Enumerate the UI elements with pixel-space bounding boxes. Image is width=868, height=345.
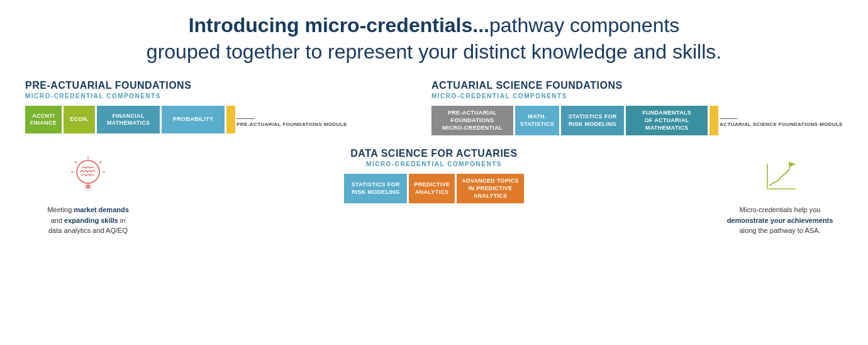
pre-actuarial-subtitle: MICRO-CREDENTIAL COMPONENTS [25, 93, 403, 99]
as-module-label-text: ACTUARIAL SCIENCE FOUNDATIONS MODULE [720, 121, 843, 128]
comp-fundamentals: FUNDAMENTALSOF ACTUARIALMATHEMATICS [626, 106, 708, 135]
market-demands-text: market demands [74, 206, 128, 213]
bottom-left-section: Meeting market demands and expanding ski… [25, 148, 151, 236]
header-section: Introducing micro-credentials...pathway … [25, 13, 843, 65]
svg-line-6 [99, 161, 101, 163]
demonstrate-achievements-text: demonstrate your achievements [727, 217, 833, 224]
data-science-section: DATA SCIENCE FOR ACTUARIES MICRO-CREDENT… [164, 148, 704, 203]
page-title: Introducing micro-credentials...pathway … [25, 13, 843, 65]
module-line-row [236, 118, 347, 119]
module-label-text: PRE-ACTUARIAL FOUNDATIONS MODULE [236, 121, 347, 128]
pre-actuarial-block: PRE-ACTUARIAL FOUNDATIONS MICRO-CREDENTI… [25, 80, 403, 135]
actuarial-science-module: ACTUARIAL SCIENCE FOUNDATIONS MODULE [709, 106, 843, 135]
actuarial-science-block: ACTUARIAL SCIENCE FOUNDATIONS MICRO-CRED… [431, 80, 843, 135]
page-wrapper: Introducing micro-credentials...pathway … [0, 0, 868, 249]
bottom-left-text: Meeting market demands and expanding ski… [47, 205, 129, 236]
data-science-components: STATISTICS FORRISK MODELING PREDICTIVEAN… [164, 174, 704, 203]
bottom-row: Meeting market demands and expanding ski… [25, 148, 843, 236]
comp-stats-risk: STATISTICS FORRISK MODELING [561, 106, 624, 135]
pre-actuarial-title: PRE-ACTUARIAL FOUNDATIONS [25, 80, 403, 91]
actuarial-science-components: PRE-ACTUARIALFOUNDATIONSMICRO-CREDENTIAL… [431, 106, 843, 135]
module-label-container: PRE-ACTUARIAL FOUNDATIONS MODULE [236, 106, 347, 133]
svg-line-5 [75, 161, 77, 163]
comp-advanced-topics: ADVANCED TOPICSIN PREDICTIVEANALYTICS [457, 174, 524, 203]
data-science-subtitle: MICRO-CREDENTIAL COMPONENTS [164, 161, 704, 167]
pre-actuarial-module: PRE-ACTUARIAL FOUNDATIONS MODULE [226, 106, 347, 133]
actuarial-science-title: ACTUARIAL SCIENCE FOUNDATIONS [431, 80, 843, 91]
chart-flag-icon [758, 154, 802, 198]
comp-stats-risk-modeling: STATISTICS FORRISK MODELING [344, 174, 407, 203]
comp-math-stats: MATH.STATISTICS [515, 106, 559, 135]
as-module-line-row [720, 118, 843, 119]
comp-econ: ECON. [64, 106, 95, 133]
credentials-row: PRE-ACTUARIAL FOUNDATIONS MICRO-CREDENTI… [25, 80, 843, 135]
module-connector-line [236, 118, 254, 119]
yellow-indicator [226, 106, 235, 133]
bottom-right-text: Micro-credentials help you demonstrate y… [727, 205, 833, 236]
actuarial-science-subtitle: MICRO-CREDENTIAL COMPONENTS [431, 93, 843, 99]
comp-predictive-analytics: PREDICTIVEANALYTICS [409, 174, 455, 203]
comp-pre-actuarial-micro: PRE-ACTUARIALFOUNDATIONSMICRO-CREDENTIAL [431, 106, 513, 135]
pre-actuarial-components: ACCNT/FINANCE ECON. FINANCIALMATHEMATICS… [25, 106, 403, 133]
expanding-skills-text: expanding skills [64, 217, 118, 224]
svg-marker-12 [789, 162, 796, 167]
as-module-connector-line [720, 118, 737, 119]
bottom-right-section: Micro-credentials help you demonstrate y… [717, 148, 843, 236]
data-science-title: DATA SCIENCE FOR ACTUARIES [164, 148, 704, 159]
as-yellow-indicator [709, 106, 718, 135]
as-module-label-container: ACTUARIAL SCIENCE FOUNDATIONS MODULE [720, 106, 843, 135]
comp-financial-math: FINANCIALMATHEMATICS [97, 106, 160, 133]
comp-probability: PROBABILITY [162, 106, 225, 133]
brain-lightbulb-icon [66, 154, 110, 198]
comp-accnt-finance: ACCNT/FINANCE [25, 106, 62, 133]
